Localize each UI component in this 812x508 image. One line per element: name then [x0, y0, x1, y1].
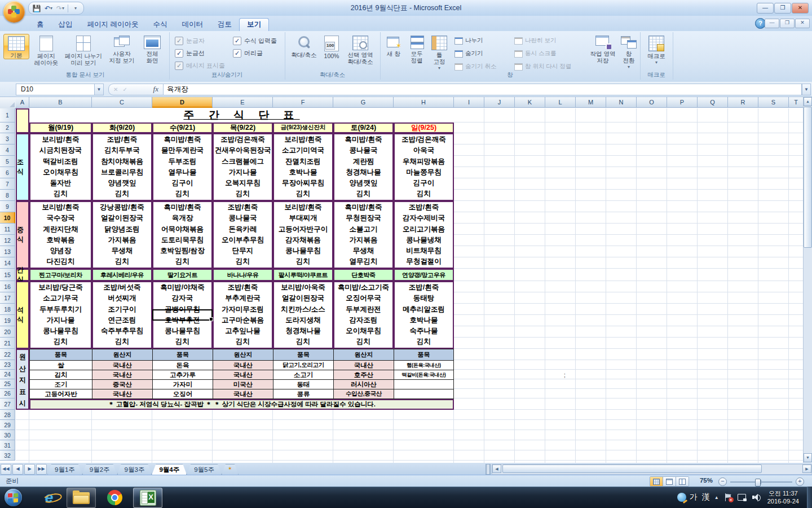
workbook-close-button[interactable]: ✕ — [795, 19, 810, 28]
breakfast-sun-cell[interactable]: 조밥/검은깨죽 아욱국 우채피망볶음 마늘쫑무침 김구이 김치 — [394, 133, 454, 201]
lunch-thu-cell[interactable]: 조밥/흰죽 콩나물국 돈육카레 오이부추무침 단무지 김치 — [213, 201, 273, 269]
ime-hanja-indicator[interactable]: 漢 — [702, 492, 710, 502]
split-button[interactable]: 나누기 — [454, 37, 483, 45]
column-header-A[interactable]: A — [16, 97, 29, 108]
tab-formulas[interactable]: 수식 — [145, 18, 174, 30]
new-window-button[interactable]: 새 창 — [382, 34, 405, 57]
origin-value-cell[interactable]: 국내산 — [92, 361, 152, 370]
lunch-tue-cell[interactable]: 강낭콩밥/흰죽 얼갈이된장국 닭양념조림 가지볶음 무생채 김치 — [92, 201, 152, 269]
day-header-thu[interactable]: 목(9/22) — [213, 122, 273, 133]
origin-value-cell[interactable]: 국내산 — [213, 361, 273, 370]
zoom-to-selection-button[interactable]: 선택 영역 확대/축소 — [343, 34, 377, 65]
column-header-L[interactable]: L — [545, 97, 576, 108]
minimize-button[interactable]: — — [757, 3, 774, 14]
row-header-21[interactable]: 21 — [0, 338, 15, 349]
taskbar-excel-icon[interactable]: X — [133, 488, 162, 508]
breakfast-thu-cell[interactable]: 조밥/검은깨죽 건새우아욱된장국 스크램블에그 가지나물 오복지무침 김치 — [213, 133, 273, 201]
vertical-scroll-thumb[interactable] — [804, 107, 812, 248]
origin-value-cell[interactable]: 국내산 — [213, 370, 273, 379]
row-header-4[interactable]: 4 — [0, 144, 15, 156]
column-header-D[interactable]: D — [152, 97, 213, 108]
column-header-Q[interactable]: Q — [698, 97, 728, 108]
sheet-tab-week5[interactable]: 9월5주 — [187, 464, 222, 475]
zoom-level[interactable]: 75% — [700, 477, 713, 484]
column-header-G[interactable]: G — [333, 97, 394, 108]
scroll-right-icon[interactable]: ▶ — [802, 465, 811, 473]
origin-item-cell[interactable]: 떡갈비(돈육:국내산) — [394, 370, 453, 379]
lunch-wed-cell[interactable]: 흑미밥/흰죽 육개장 어묵야채볶음 도토리묵무침 호박잎찜/쌈장 김치 — [152, 201, 213, 269]
origin-value-cell[interactable]: 중국산 — [92, 380, 152, 389]
row-header-26[interactable]: 26 — [0, 389, 15, 398]
origin-item-cell[interactable]: 쌀 — [30, 361, 92, 370]
dinner-sun-cell[interactable]: 조밥/흰죽 동태탕 메추리알조림 호박나물 숙주나물 김치 — [394, 281, 454, 349]
row-header-17[interactable]: 17 — [0, 292, 15, 304]
full-screen-button[interactable]: 전체 화면 — [140, 34, 165, 64]
origin-item-cell[interactable]: 햄(돈육:국내산) — [394, 361, 453, 370]
row-header-5[interactable]: 5 — [0, 156, 15, 167]
custom-views-button[interactable]: 사용자 지정 보기 — [106, 34, 138, 64]
row-header-30[interactable]: 30 — [0, 430, 15, 440]
scroll-left-icon[interactable]: ◀ — [492, 465, 501, 473]
unhide-button[interactable]: 숨기기 취소 — [454, 63, 496, 71]
section-label-lunch[interactable]: 중식 — [16, 201, 29, 269]
name-box[interactable]: D10 — [16, 84, 95, 95]
row-header-7[interactable]: 7 — [0, 178, 15, 190]
day-header-sun[interactable]: 일(9/25) — [394, 122, 454, 133]
dinner-sat-cell[interactable]: 흑미밥/소고기죽 오징어무국 두부계란전 감자조림 오이채무침 김치 — [333, 281, 394, 349]
row-header-6[interactable]: 6 — [0, 167, 15, 178]
ime-korean-indicator[interactable]: 가 — [690, 492, 698, 502]
normal-view-icon[interactable] — [650, 477, 663, 486]
workbook-restore-button[interactable]: ❐ — [780, 19, 795, 28]
reset-window-position-button[interactable]: 창 위치 다시 정렬 — [514, 63, 571, 71]
page-break-preview-button[interactable]: 페이지 나누기 미리 보기 — [63, 34, 104, 66]
origin-header-cell[interactable]: 원산지 — [92, 349, 152, 360]
column-header-B[interactable]: B — [29, 97, 92, 108]
sheet-tab-week4[interactable]: 9월4주 — [152, 464, 187, 475]
row-header-18[interactable]: 18 — [0, 304, 15, 315]
select-all-corner[interactable] — [0, 97, 16, 109]
origin-item-cell[interactable]: 콩류 — [273, 389, 333, 398]
row-header-8[interactable]: 8 — [0, 190, 15, 201]
view-side-by-side-button[interactable]: 나란히 보기 — [514, 37, 556, 45]
start-button[interactable] — [5, 489, 22, 506]
network-icon[interactable] — [738, 494, 747, 501]
origin-item-cell[interactable]: 닭고기,오리고기 — [273, 361, 333, 370]
origin-header-cell[interactable]: 품목 — [153, 349, 213, 360]
column-header-S[interactable]: S — [758, 97, 789, 108]
origin-header-cell[interactable]: 품목 — [273, 349, 333, 360]
scroll-down-icon[interactable]: ▼ — [804, 453, 812, 462]
dinner-tue-cell[interactable]: 조밥/버섯죽 버섯찌개 조기구이 연근조림 숙주부추무침 김치 — [92, 281, 152, 349]
column-header-J[interactable]: J — [484, 97, 515, 108]
synchronous-scrolling-button[interactable]: 동시 스크롤 — [514, 50, 556, 58]
column-header-I[interactable]: I — [454, 97, 484, 108]
row-header-14[interactable]: 14 — [0, 257, 15, 269]
tab-data[interactable]: 데이터 — [174, 18, 210, 30]
column-header-H[interactable]: H — [394, 97, 454, 108]
save-workspace-button[interactable]: 작업 영역 저장 — [586, 34, 619, 64]
cell-a1[interactable] — [16, 108, 29, 133]
origin-value-cell[interactable]: 러시아산 — [334, 380, 394, 389]
row-header-16[interactable]: 16 — [0, 281, 15, 292]
origin-item-cell[interactable]: 가자미 — [153, 380, 213, 389]
row-header-13[interactable]: 13 — [0, 246, 15, 257]
row-header-1[interactable]: 1 — [0, 108, 15, 122]
dinner-thu-cell[interactable]: 조밥/흰죽 부추계란국 가자미무조림 고구마순볶음 고추잎나물 김치 — [213, 281, 273, 349]
arrange-all-button[interactable]: 모두 정렬 — [406, 34, 427, 64]
row-header-31[interactable]: 31 — [0, 440, 15, 450]
formula-bar-checkbox[interactable]: ✓수식 입력줄 — [233, 37, 277, 45]
tab-page-layout[interactable]: 페이지 레이아웃 — [80, 18, 146, 30]
tab-review[interactable]: 검토 — [210, 18, 239, 30]
origin-header-cell[interactable]: 품목 — [394, 349, 453, 360]
origin-item-cell[interactable]: 소고기 — [273, 370, 333, 379]
zoom-slider-track[interactable] — [730, 478, 792, 485]
horizontal-scroll-thumb[interactable] — [502, 465, 762, 473]
table-title[interactable]: 주 간 식 단 표 — [29, 108, 454, 122]
row-header-29[interactable]: 29 — [0, 420, 15, 430]
row-header-27[interactable]: 27 — [0, 398, 15, 410]
next-sheet-icon[interactable]: ▶ — [24, 464, 35, 475]
origin-value-cell[interactable]: 국내산 — [334, 361, 394, 370]
origin-item-cell[interactable]: 조기 — [30, 380, 92, 389]
dinner-fri-cell[interactable]: 보리밥/아욱죽 얼갈이된장국 치킨까스/소스 도라지생채 청경채나물 김치 — [273, 281, 333, 349]
tab-split-handle[interactable] — [486, 464, 491, 475]
zoom-100-button[interactable]: 100100% — [321, 34, 342, 59]
